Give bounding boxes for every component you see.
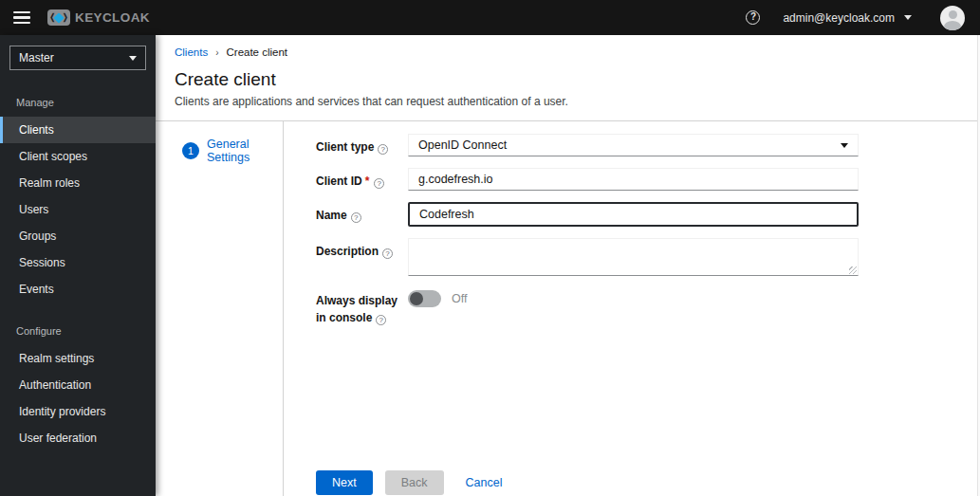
nav-group-configure: Configure bbox=[0, 316, 156, 345]
description-label: Description? bbox=[316, 238, 408, 260]
sidebar: Master Manage Clients Client scopes Real… bbox=[0, 35, 156, 496]
page-subtitle: Clients are applications and services th… bbox=[175, 95, 957, 108]
create-client-wizard: 1 General Settings Client type? OpenID C… bbox=[156, 121, 980, 496]
toggle-state-label: Off bbox=[452, 292, 467, 305]
user-menu-dropdown[interactable]: admin@keycloak.com bbox=[783, 11, 912, 25]
sidebar-item-clients[interactable]: Clients bbox=[0, 117, 156, 143]
client-type-value: OpenID Connect bbox=[418, 138, 507, 152]
masthead: ❬❭ KEYCLOAK ? admin@keycloak.com bbox=[0, 0, 980, 35]
help-question-icon[interactable]: ? bbox=[351, 212, 361, 223]
brand-text: KEYCLOAK bbox=[75, 10, 150, 25]
help-question-icon[interactable]: ? bbox=[378, 144, 388, 155]
back-button[interactable]: Back bbox=[385, 470, 444, 495]
sidebar-item-user-federation[interactable]: User federation bbox=[0, 425, 156, 451]
cancel-button[interactable]: Cancel bbox=[462, 470, 507, 495]
next-button[interactable]: Next bbox=[316, 470, 373, 495]
realm-select[interactable]: Master bbox=[9, 46, 146, 70]
description-textarea[interactable] bbox=[408, 238, 859, 276]
user-email: admin@keycloak.com bbox=[783, 11, 895, 25]
chevron-down-icon bbox=[904, 15, 912, 20]
hamburger-menu-icon[interactable] bbox=[13, 11, 30, 24]
client-id-row: Client ID*? bbox=[316, 168, 859, 191]
breadcrumb-current: Create client bbox=[227, 46, 288, 58]
sidebar-item-realm-roles[interactable]: Realm roles bbox=[0, 170, 156, 196]
keycloak-logo: ❬❭ KEYCLOAK bbox=[47, 9, 150, 26]
help-question-icon[interactable]: ? bbox=[382, 248, 393, 259]
page-title: Create client bbox=[175, 69, 957, 90]
name-input[interactable] bbox=[408, 202, 859, 227]
breadcrumb: Clients › Create client bbox=[175, 46, 957, 58]
always-display-toggle[interactable] bbox=[408, 290, 441, 307]
sidebar-item-sessions[interactable]: Sessions bbox=[0, 249, 156, 276]
client-type-label: Client type? bbox=[316, 134, 408, 156]
main-content: Clients › Create client Create client Cl… bbox=[156, 35, 980, 496]
breadcrumb-clients-link[interactable]: Clients bbox=[175, 46, 208, 58]
sidebar-item-client-scopes[interactable]: Client scopes bbox=[0, 143, 156, 170]
keycloak-logo-icon: ❬❭ bbox=[47, 9, 70, 26]
client-id-input[interactable] bbox=[408, 168, 859, 191]
required-asterisk: * bbox=[365, 175, 370, 188]
client-type-row: Client type? OpenID Connect bbox=[316, 134, 859, 156]
nav-group-manage: Manage bbox=[0, 87, 156, 117]
name-row: Name? bbox=[316, 202, 859, 227]
realm-select-value: Master bbox=[19, 51, 54, 64]
sidebar-item-authentication[interactable]: Authentication bbox=[0, 372, 156, 398]
chevron-down-icon bbox=[129, 56, 137, 61]
wizard-step-general-settings[interactable]: 1 General Settings bbox=[182, 138, 283, 164]
chevron-down-icon bbox=[841, 143, 848, 148]
help-question-icon[interactable]: ? bbox=[376, 315, 386, 325]
avatar[interactable] bbox=[940, 6, 965, 30]
sidebar-item-users[interactable]: Users bbox=[0, 196, 156, 223]
help-question-icon[interactable]: ? bbox=[374, 178, 384, 189]
breadcrumb-separator: › bbox=[215, 47, 218, 58]
always-display-label: Always display in console? bbox=[316, 287, 408, 326]
sidebar-item-realm-settings[interactable]: Realm settings bbox=[0, 345, 156, 372]
always-display-row: Always display in console? Off bbox=[316, 287, 859, 326]
description-row: Description? bbox=[316, 238, 859, 276]
name-label: Name? bbox=[316, 202, 408, 224]
wizard-actions: Next Back Cancel bbox=[316, 470, 859, 495]
client-type-select[interactable]: OpenID Connect bbox=[408, 134, 859, 156]
general-settings-form: Client type? OpenID Connect Client ID*? bbox=[284, 121, 980, 496]
step-number-badge: 1 bbox=[182, 142, 199, 159]
sidebar-item-events[interactable]: Events bbox=[0, 276, 156, 303]
sidebar-item-identity-providers[interactable]: Identity providers bbox=[0, 398, 156, 425]
page-header: Clients › Create client Create client Cl… bbox=[156, 35, 980, 121]
sidebar-item-groups[interactable]: Groups bbox=[0, 223, 156, 249]
wizard-steps-nav: 1 General Settings bbox=[156, 121, 284, 496]
client-id-label: Client ID*? bbox=[316, 168, 408, 190]
resize-handle[interactable] bbox=[849, 266, 857, 274]
help-icon[interactable]: ? bbox=[746, 10, 760, 25]
step-label: General Settings bbox=[207, 138, 283, 164]
keycloak-admin-console: ❬❭ KEYCLOAK ? admin@keycloak.com Master … bbox=[0, 0, 980, 496]
